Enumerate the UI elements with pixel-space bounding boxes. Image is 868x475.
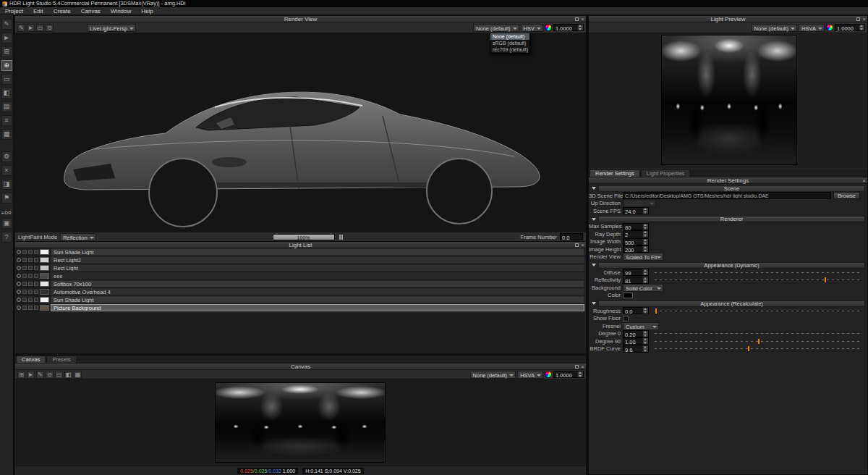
marquee-icon[interactable] bbox=[55, 371, 63, 379]
roughness-field[interactable]: 0.0 bbox=[623, 307, 649, 314]
light-row[interactable]: eee bbox=[15, 272, 586, 280]
cursor-icon[interactable] bbox=[27, 24, 35, 32]
link-toggle[interactable] bbox=[34, 306, 38, 310]
link-toggle[interactable] bbox=[34, 282, 38, 286]
exposure-field[interactable]: 1.0000 bbox=[553, 371, 584, 378]
brush-icon[interactable] bbox=[36, 371, 44, 379]
exposure-field[interactable]: 1.0000 bbox=[835, 24, 865, 31]
lock-toggle[interactable] bbox=[28, 258, 33, 262]
scene-fps-field[interactable]: 24.0 bbox=[623, 207, 649, 214]
marquee-icon[interactable] bbox=[36, 24, 44, 32]
float-panel-icon[interactable] bbox=[575, 365, 579, 369]
link-toggle[interactable] bbox=[34, 258, 38, 262]
diffuse-field[interactable]: 99 bbox=[623, 269, 649, 276]
spinner-icon[interactable] bbox=[642, 338, 648, 344]
mirror-icon[interactable] bbox=[64, 371, 72, 379]
slider-marker[interactable] bbox=[825, 277, 826, 282]
lock-toggle[interactable] bbox=[28, 266, 33, 270]
dropdown-option-srgb[interactable]: sRGB (default) bbox=[490, 40, 529, 46]
color-wheel-icon[interactable] bbox=[826, 24, 833, 31]
render-viewport[interactable]: None (default) sRGB (default) rec709 (de… bbox=[15, 33, 586, 232]
grid-tool-icon[interactable] bbox=[1, 129, 12, 140]
solo-toggle[interactable] bbox=[22, 290, 27, 294]
solo-toggle[interactable] bbox=[22, 282, 27, 286]
light-name[interactable]: Automotive Overhead 4 bbox=[51, 288, 584, 295]
collapse-triangle-icon[interactable] bbox=[589, 302, 598, 305]
solo-toggle[interactable] bbox=[22, 266, 27, 270]
light-name[interactable]: Picture Background bbox=[51, 304, 584, 311]
snap-tool-icon[interactable] bbox=[1, 46, 12, 57]
link-toggle[interactable] bbox=[34, 266, 38, 270]
slider-marker[interactable] bbox=[655, 308, 657, 314]
lightpaint-mode-select[interactable]: Reflection bbox=[60, 233, 95, 241]
paint-brush-icon[interactable] bbox=[17, 24, 25, 32]
zoom-icon[interactable] bbox=[46, 371, 54, 379]
slider-marker[interactable] bbox=[748, 346, 749, 351]
light-name[interactable]: eee bbox=[51, 272, 584, 279]
solo-toggle[interactable] bbox=[22, 306, 27, 310]
help-icon[interactable] bbox=[1, 232, 12, 243]
light-row[interactable]: Softbox 70x100 bbox=[15, 280, 586, 288]
spinner-icon[interactable] bbox=[642, 246, 648, 252]
tab-render-settings[interactable]: Render Settings bbox=[590, 169, 640, 177]
float-panel-icon[interactable] bbox=[856, 17, 860, 21]
exposure-field[interactable]: 1.0000 bbox=[553, 24, 584, 31]
light-name[interactable]: Rect Light bbox=[51, 264, 584, 272]
close-panel-icon[interactable]: × bbox=[581, 243, 584, 248]
channel-select[interactable]: HSV bbox=[521, 24, 543, 32]
close-panel-icon[interactable]: × bbox=[581, 364, 584, 369]
reflectivity-field[interactable]: 81 bbox=[623, 277, 649, 284]
image-height-field[interactable]: 200 bbox=[623, 245, 649, 253]
channel-select[interactable]: HSVA bbox=[799, 24, 825, 32]
spinner-icon[interactable] bbox=[642, 208, 648, 214]
colorspace-select[interactable]: None (default) bbox=[473, 24, 519, 32]
canvas-area[interactable] bbox=[15, 379, 586, 466]
solo-toggle[interactable] bbox=[22, 298, 27, 302]
light-enable-toggle[interactable] bbox=[17, 266, 21, 270]
menu-project[interactable]: Project bbox=[0, 7, 28, 15]
browse-button[interactable]: Browse bbox=[833, 192, 860, 199]
tab-presets[interactable]: Presets bbox=[46, 356, 76, 363]
reflectivity-slider[interactable] bbox=[655, 277, 861, 282]
spinner-icon[interactable] bbox=[642, 231, 648, 237]
show-floor-checkbox[interactable] bbox=[623, 316, 629, 321]
light-name[interactable]: Sun Shade Light bbox=[51, 248, 584, 256]
spinner-icon[interactable] bbox=[577, 25, 583, 30]
menu-help[interactable]: Help bbox=[136, 7, 158, 15]
link-toggle[interactable] bbox=[34, 250, 38, 254]
light-row-selected[interactable]: Picture Background bbox=[15, 304, 586, 312]
pan-icon[interactable] bbox=[17, 371, 25, 379]
background-select[interactable]: Solid Color bbox=[623, 284, 663, 292]
settings-gear-icon[interactable] bbox=[1, 151, 12, 162]
menu-canvas[interactable]: Canvas bbox=[76, 7, 106, 15]
light-enable-toggle[interactable] bbox=[17, 250, 21, 254]
light-enable-toggle[interactable] bbox=[17, 290, 21, 294]
light-name[interactable]: Sun Shade Light bbox=[51, 296, 584, 303]
pause-button[interactable] bbox=[338, 234, 344, 240]
degree90-slider[interactable] bbox=[655, 339, 861, 344]
appearance-dynamic-section-header[interactable]: Appearance (Dynamic) bbox=[589, 261, 867, 269]
degree90-field[interactable]: 1.00 bbox=[623, 337, 649, 345]
degree0-field[interactable]: 0.20 bbox=[623, 330, 649, 337]
close-panel-icon[interactable]: × bbox=[862, 178, 866, 183]
float-panel-icon[interactable] bbox=[575, 243, 579, 247]
menu-window[interactable]: Window bbox=[106, 7, 136, 15]
close-panel-icon[interactable]: × bbox=[581, 17, 584, 22]
solo-toggle[interactable] bbox=[22, 274, 27, 278]
light-row[interactable]: Rect Light bbox=[15, 264, 586, 272]
renderer-section-header[interactable]: Renderer bbox=[589, 216, 867, 223]
collapse-triangle-icon[interactable] bbox=[589, 218, 598, 221]
solo-toggle[interactable] bbox=[22, 258, 27, 262]
tab-light-properties[interactable]: Light Properties bbox=[641, 169, 691, 177]
mask-tool-icon[interactable] bbox=[1, 179, 12, 190]
spinner-icon[interactable] bbox=[577, 371, 583, 377]
light-name[interactable]: Rect Light2 bbox=[51, 256, 584, 264]
close-panel-icon[interactable]: × bbox=[862, 17, 866, 22]
link-toggle[interactable] bbox=[34, 274, 38, 278]
hdr-preview-image[interactable] bbox=[661, 35, 797, 165]
appearance-recalc-section-header[interactable]: Appearance (Recalculate) bbox=[589, 300, 867, 307]
rect-light-icon[interactable] bbox=[1, 74, 12, 85]
dropdown-option-none[interactable]: None (default) bbox=[490, 33, 529, 40]
scene-file-input[interactable]: C:/Users/editor/Desktop/AMG GTS/Meshes/h… bbox=[623, 192, 831, 199]
light-preview-area[interactable] bbox=[589, 33, 867, 168]
